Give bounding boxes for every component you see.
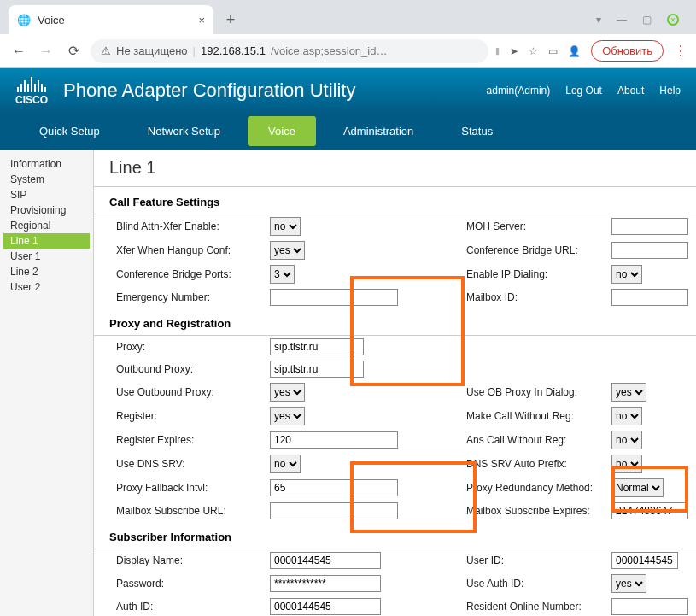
label-use-ob-dialog: Use OB Proxy In Dialog: xyxy=(466,386,611,398)
input-password[interactable] xyxy=(270,575,381,592)
back-button[interactable]: ← xyxy=(9,41,29,62)
input-proxy-fallback[interactable] xyxy=(270,479,398,496)
logo-text: CISCO xyxy=(15,94,48,106)
sidebar: Information System SIP Provisioning Regi… xyxy=(0,150,94,616)
nav-status[interactable]: Status xyxy=(441,116,513,146)
update-button[interactable]: Обновить xyxy=(591,40,664,62)
select-use-outbound-proxy[interactable]: yes xyxy=(270,383,305,402)
label-use-outbound-proxy: Use Outbound Proxy: xyxy=(116,386,270,398)
url-path: /voice.asp;session_id… xyxy=(271,44,388,57)
address-bar: ← → ⟳ ⚠ Не защищено | 192.168.15.1/voice… xyxy=(0,34,696,68)
sidebar-item-regional[interactable]: Regional xyxy=(3,218,90,233)
input-mailbox-id[interactable] xyxy=(611,289,688,306)
url-box[interactable]: ⚠ Не защищено | 192.168.15.1/voice.asp;s… xyxy=(91,39,488,63)
app-title: Phone Adapter Configuration Utility xyxy=(63,79,355,102)
section-subscriber: Subscriber Information xyxy=(94,522,696,549)
select-use-auth-id[interactable]: yes xyxy=(611,574,646,593)
sidebar-item-information[interactable]: Information xyxy=(3,156,90,172)
select-conf-ports[interactable]: 3 xyxy=(270,265,295,284)
label-emergency: Emergency Number: xyxy=(116,291,270,303)
nav-network-setup[interactable]: Network Setup xyxy=(127,116,241,146)
label-register: Register: xyxy=(116,410,270,422)
sidebar-item-system[interactable]: System xyxy=(3,172,90,187)
sidebar-item-user2[interactable]: User 2 xyxy=(3,279,90,295)
sidebar-item-provisioning[interactable]: Provisioning xyxy=(3,202,90,218)
nav-voice[interactable]: Voice xyxy=(248,116,316,146)
label-moh: MOH Server: xyxy=(466,220,611,232)
nav-administration[interactable]: Administration xyxy=(323,116,434,146)
input-moh[interactable] xyxy=(611,218,688,235)
cisco-logo: CISCO xyxy=(15,75,48,106)
input-emergency[interactable] xyxy=(270,289,398,306)
label-mailbox-sub-url: Mailbox Subscribe URL: xyxy=(116,505,270,517)
window-close-icon[interactable]: × xyxy=(667,14,679,26)
forward-button[interactable]: → xyxy=(36,41,56,62)
kebab-menu-icon[interactable]: ⋮ xyxy=(674,43,687,59)
label-proxy-redundancy: Proxy Redundancy Method: xyxy=(466,482,611,494)
browser-tab-bar: 🌐 Voice × + ▾ — ▢ × xyxy=(0,0,696,34)
globe-icon: 🌐 xyxy=(17,14,31,26)
close-icon[interactable]: × xyxy=(198,14,205,26)
section-proxy: Proxy and Registration xyxy=(94,308,696,336)
label-display-name: Display Name: xyxy=(116,554,270,566)
window-controls: ▾ — ▢ × xyxy=(579,5,696,34)
label-outbound-proxy: Outbound Proxy: xyxy=(116,363,270,375)
input-resident-online[interactable] xyxy=(611,598,688,615)
sidebar-item-line2[interactable]: Line 2 xyxy=(3,264,90,279)
label-dns-srv-prefix: DNS SRV Auto Prefix: xyxy=(466,458,611,470)
minimize-icon[interactable]: — xyxy=(617,14,627,26)
nav-quick-setup[interactable]: Quick Setup xyxy=(19,116,120,146)
input-user-id[interactable] xyxy=(611,552,678,569)
panel-icon[interactable]: ▭ xyxy=(548,45,558,57)
translate-icon[interactable]: ⦀ xyxy=(495,45,500,57)
browser-tab[interactable]: 🌐 Voice × xyxy=(9,5,213,34)
select-xfer-hangup[interactable]: yes xyxy=(270,241,305,260)
new-tab-button[interactable]: + xyxy=(219,8,243,32)
select-register[interactable]: yes xyxy=(270,407,305,425)
admin-link[interactable]: admin(Admin) xyxy=(487,85,551,97)
select-blind-xfer[interactable]: no xyxy=(270,217,301,236)
main-panel: Line 1 Call Feature Settings Blind Attn-… xyxy=(94,150,696,616)
input-outbound-proxy[interactable] xyxy=(270,361,364,378)
help-link[interactable]: Help xyxy=(659,85,681,97)
label-password: Password: xyxy=(116,578,270,590)
select-dns-srv-prefix[interactable]: no xyxy=(611,455,642,473)
input-auth-id[interactable] xyxy=(270,598,381,615)
about-link[interactable]: About xyxy=(617,85,644,97)
url-host: 192.168.15.1 xyxy=(201,44,266,57)
select-use-ob-dialog[interactable]: yes xyxy=(611,383,646,402)
maximize-icon[interactable]: ▢ xyxy=(642,14,652,26)
input-display-name[interactable] xyxy=(270,552,381,569)
label-proxy: Proxy: xyxy=(116,341,270,353)
label-xfer-hangup: Xfer When Hangup Conf: xyxy=(116,244,270,256)
insecure-icon: ⚠ xyxy=(101,44,111,57)
profile-icon[interactable]: 👤 xyxy=(568,45,581,57)
label-conf-bridge-url: Conference Bridge URL: xyxy=(466,244,611,256)
label-use-auth-id: Use Auth ID: xyxy=(466,578,611,590)
select-ans-call-woreg[interactable]: no xyxy=(611,431,642,449)
bookmark-icon[interactable]: ☆ xyxy=(529,45,538,57)
select-proxy-redundancy[interactable]: Normal xyxy=(611,478,664,497)
sidebar-item-user1[interactable]: User 1 xyxy=(3,249,90,264)
label-mailbox-id: Mailbox ID: xyxy=(466,291,611,303)
input-mailbox-sub-url[interactable] xyxy=(270,502,398,519)
label-resident-online: Resident Online Number: xyxy=(466,601,611,613)
select-enable-ip-dial[interactable]: no xyxy=(611,265,642,284)
share-icon[interactable]: ➤ xyxy=(510,45,518,57)
input-conf-bridge-url[interactable] xyxy=(611,242,688,259)
label-user-id: User ID: xyxy=(466,554,611,566)
sidebar-item-sip[interactable]: SIP xyxy=(3,187,90,202)
input-register-expires[interactable] xyxy=(270,431,398,449)
input-proxy[interactable] xyxy=(270,338,364,355)
label-enable-ip-dial: Enable IP Dialing: xyxy=(466,268,611,280)
logout-link[interactable]: Log Out xyxy=(565,85,602,97)
tab-title: Voice xyxy=(38,14,65,26)
sidebar-item-line1[interactable]: Line 1 xyxy=(3,233,90,249)
insecure-label: Не защищено xyxy=(116,44,188,57)
select-make-call-woreg[interactable]: no xyxy=(611,407,642,425)
page-title: Line 1 xyxy=(94,150,696,187)
select-use-dns-srv[interactable]: no xyxy=(270,455,301,473)
input-mailbox-sub-exp[interactable] xyxy=(611,502,688,519)
label-ans-call-woreg: Ans Call Without Reg: xyxy=(466,434,611,446)
reload-button[interactable]: ⟳ xyxy=(63,41,84,62)
